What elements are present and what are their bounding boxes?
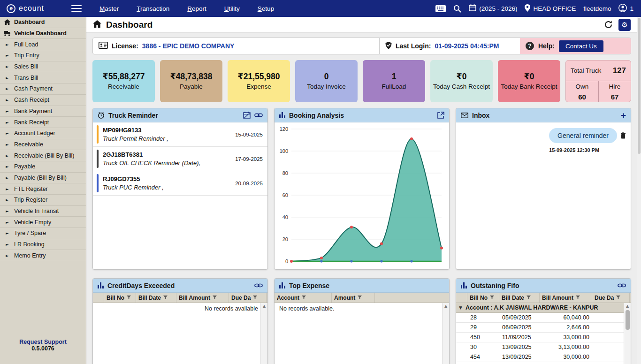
column-header-account[interactable]: Account [275, 293, 332, 303]
sidebar-item-label: Vehicle Dashboard [14, 30, 67, 37]
sidebar-item-trans-bill[interactable]: ►Trans Bill [0, 72, 86, 83]
fifo-group-row[interactable]: ▼ Account : A.K JAISWAL HARDWARE - KANPU… [456, 303, 631, 313]
user-profile[interactable]: 1 [618, 4, 633, 14]
hire-label: Hire [598, 81, 631, 91]
office-selector[interactable]: HEAD OFFICE [525, 4, 576, 13]
sidebar-item-vehicle-dashboard[interactable]: Vehicle Dashboard [0, 28, 86, 39]
filter-icon[interactable] [253, 296, 257, 300]
column-header-bill-amount[interactable]: Bill Amount [540, 293, 592, 303]
column-header-amount[interactable]: Amount [332, 293, 375, 303]
fiscal-year-selector[interactable]: (2025 - 2026) [469, 4, 517, 13]
filter-icon[interactable] [163, 296, 168, 300]
column-header-bill-date[interactable]: Bill Date [136, 293, 176, 303]
column-header-bill-no[interactable]: Bill No [467, 293, 499, 303]
filter-icon[interactable] [490, 296, 494, 300]
sidebar-item-bank-receipt[interactable]: ►Bank Receipt [0, 117, 86, 128]
hamburger-menu-icon[interactable] [71, 3, 82, 13]
table-row[interactable]: 2906/09/20252,646.00 [456, 323, 631, 333]
search-icon[interactable] [453, 5, 461, 13]
refresh-icon[interactable] [604, 20, 613, 29]
column-header-bill-date[interactable]: Bill Date [499, 293, 540, 303]
keyboard-icon[interactable] [435, 5, 446, 12]
kpi-card-payable[interactable]: ₹48,73,838Payable [160, 60, 222, 102]
page-scrollbar[interactable] [637, 17, 641, 364]
kpi-card-today-cash-receipt[interactable]: ₹0Today Cash Receipt [430, 60, 493, 102]
inbox-message-chip[interactable]: General reminder [549, 128, 617, 143]
collapse-icon[interactable]: ▼ [459, 305, 462, 310]
menu-item-report[interactable]: Report [187, 5, 206, 12]
external-link-icon[interactable] [437, 112, 444, 119]
table-row[interactable]: 2805/09/202560,040.00 [456, 313, 631, 323]
gear-icon: ⚙ [621, 21, 627, 29]
username-label[interactable]: fleetdemo [583, 5, 611, 12]
kpi-card-today-bank-receipt[interactable]: ₹0Today Bank Receipt [498, 60, 560, 102]
scroll-up-icon[interactable]: ▲ [263, 304, 266, 309]
table-row[interactable]: 45011/09/202533,000.00 [456, 333, 631, 342]
kpi-card-expense[interactable]: ₹21,55,980Expense [228, 60, 290, 102]
top-expense-scrollbar[interactable]: ▲ ▼ [442, 303, 449, 364]
menu-item-setup[interactable]: Setup [258, 5, 274, 12]
column-header-bill-no[interactable]: Bill No [104, 293, 136, 303]
sidebar-item-dashboard[interactable]: Dashboard [0, 17, 86, 28]
scroll-up-icon[interactable]: ▲ [626, 304, 629, 309]
column-header-bill-amount[interactable]: Bill Amount [176, 293, 229, 303]
filter-icon[interactable] [576, 296, 580, 300]
brand-logo[interactable]: e ecount [0, 4, 66, 13]
link-icon[interactable] [254, 113, 263, 118]
settings-gear-button[interactable]: ⚙ [618, 19, 631, 31]
filter-icon[interactable] [302, 296, 306, 300]
menu-item-transaction[interactable]: Transaction [137, 5, 169, 12]
sidebar-item-ftl-register[interactable]: ►FTL Register [0, 183, 86, 195]
filter-icon[interactable] [213, 296, 217, 300]
contact-us-button[interactable]: Contact Us [559, 40, 603, 52]
sidebar-item-full-load[interactable]: ►Full Load [0, 39, 86, 50]
vehicle-number: 2GJ18BT6381 [103, 151, 231, 158]
link-icon[interactable] [254, 283, 263, 288]
calendar-crossed-icon[interactable] [243, 112, 251, 119]
menu-item-master[interactable]: Master [99, 5, 119, 12]
column-header-due-da[interactable]: Due Da [229, 293, 267, 303]
fifo-scrollbar[interactable]: ▲ ▼ [624, 303, 631, 364]
sidebar-item-account-ledger[interactable]: ►Account Ledger [0, 128, 86, 139]
sidebar-item-trip-entry[interactable]: ►Trip Entry [0, 50, 86, 61]
sidebar-item-receivable[interactable]: ►Receivable [0, 139, 86, 151]
add-message-icon[interactable]: + [621, 111, 626, 120]
sidebar-item-receivable-bill-by-bill[interactable]: ►Receivable (Bill By Bill) [0, 150, 86, 161]
reminder-item[interactable]: 2GJ18BT6381Truck OIL CHECK Reminder (Dat… [93, 147, 267, 171]
column-header-due-da[interactable]: Due Da [592, 293, 630, 303]
truck-summary-card[interactable]: Total Truck 127 Own Hire 60 67 [565, 60, 631, 102]
kpi-card-receivable[interactable]: ₹55,88,277Receivable [92, 60, 155, 102]
page-scrollbar-thumb[interactable] [638, 18, 641, 154]
filter-icon[interactable] [527, 296, 531, 300]
filter-icon[interactable] [127, 296, 131, 300]
scroll-up-icon[interactable]: ▲ [444, 304, 447, 309]
kpi-card-fullload[interactable]: 1FullLoad [363, 60, 425, 102]
sidebar-item-cash-receipt[interactable]: ►Cash Receipt [0, 95, 86, 106]
sidebar-item-trip-register[interactable]: ►Trip Register [0, 195, 86, 206]
reminder-item[interactable]: MP09HG9133Truck Permit Reminder ,15-09-2… [93, 122, 267, 147]
filter-icon[interactable] [358, 296, 362, 300]
menu-item-utility[interactable]: Utility [224, 5, 240, 12]
outstanding-fifo-widget: Outstaning Fifo Bill NoBill DateBill Amo… [456, 278, 631, 364]
request-support-link[interactable]: Request Support [0, 339, 86, 345]
link-icon[interactable] [618, 283, 626, 288]
sidebar-item-payable-bill-by-bill[interactable]: ►Payable (Bill By Bill) [0, 173, 86, 184]
sidebar-item-sales-bill[interactable]: ►Sales Bill [0, 61, 86, 73]
sidebar-item-memo-entry[interactable]: ►Memo Entry [0, 250, 86, 261]
creditdays-scrollbar[interactable]: ▲ ▼ [260, 303, 267, 364]
scrollbar-thumb[interactable] [626, 310, 630, 330]
sidebar-item-vehicle-in-transit[interactable]: ►Vehicle In Transit [0, 206, 86, 217]
table-row[interactable]: 3013/09/20253,13,000.00 [456, 342, 631, 352]
sidebar-item-lr-booking[interactable]: ►LR Booking [0, 239, 86, 250]
sidebar-item-bank-payment[interactable]: ►Bank Payment [0, 106, 86, 117]
sidebar-item-vehicle-empty[interactable]: ►Vehicle Empty [0, 217, 86, 228]
kpi-card-today-invoice[interactable]: 0Today Invoice [295, 60, 358, 102]
table-row[interactable]: 45413/09/202530,000.00 [456, 352, 631, 362]
sidebar-item-payable[interactable]: ►Payable [0, 161, 86, 173]
reminder-item[interactable]: RJ09GD7355Truck PUC Reminder ,20-09-2025 [93, 171, 267, 196]
filter-icon[interactable] [616, 296, 620, 300]
sidebar-item-tyre-spare[interactable]: ►Tyre / Spare [0, 228, 86, 239]
trash-icon[interactable] [620, 132, 626, 139]
sidebar-item-cash-payment[interactable]: ►Cash Payment [0, 83, 86, 95]
booking-analysis-title: Booking Analysis [289, 112, 344, 119]
